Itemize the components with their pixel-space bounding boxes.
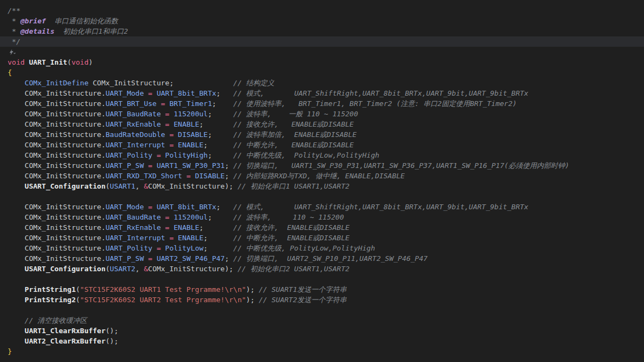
code-token: USART_Configuration (24, 265, 106, 273)
code-line[interactable]: PrintString2("STC15F2K60S2 UART2 Test Pr… (0, 295, 644, 305)
code-token: ; (225, 161, 233, 170)
code-line[interactable]: * @details 初始化串口1和串口2 (0, 26, 644, 36)
code-token: // 切换端口, UART2_SW_P10_P11,UART2_SW_P46_P… (233, 254, 428, 263)
code-token: . (101, 151, 106, 159)
code-token: . (101, 254, 106, 263)
code-line[interactable]: } (0, 346, 644, 357)
code-token: ); (225, 182, 237, 190)
code-line[interactable]: COMx_InitStructure.UART_RxEnable = ENABL… (0, 222, 644, 233)
code-line[interactable]: PrintString1("STC15F2K60S2 UART1 Test Pr… (0, 284, 644, 295)
code-token: PolityHigh (165, 151, 208, 159)
code-line[interactable]: UART1_ClearRxBuffer(); (0, 326, 644, 336)
code-token: /** (8, 7, 20, 15)
code-line[interactable] (0, 47, 644, 57)
code-token: COMx_InitStructure (24, 223, 101, 232)
code-token: */ (8, 38, 20, 46)
code-token: ); (246, 285, 258, 294)
code-token: UART_Polity (106, 244, 152, 252)
code-line[interactable]: */ (0, 36, 644, 47)
code-token (8, 265, 24, 273)
code-token: ENABLE (174, 223, 199, 232)
code-token: 115200ul (174, 213, 208, 221)
code-token: = (144, 254, 156, 263)
code-line[interactable]: COMx_InitStructure.UART_Mode = UART_8bit… (0, 88, 644, 98)
code-line[interactable]: USART_Configuration(USART2, &COMx_InitSt… (0, 264, 644, 274)
code-token: 串口通信初始化函数 (46, 17, 118, 25)
code-token: COMx_InitStructure (24, 234, 101, 242)
code-token (8, 161, 24, 170)
code-token: // 初始化串口1 USART1,USART2 (238, 182, 350, 190)
code-token: . (101, 244, 106, 252)
code-token (8, 99, 24, 108)
code-line[interactable]: COMx_InitStructure.UART_Polity = PolityL… (0, 243, 644, 253)
code-line[interactable]: COMx_InitStructure.UART_BaudRate = 11520… (0, 109, 644, 119)
code-token (8, 213, 24, 221)
code-token: . (101, 99, 106, 108)
code-token: // 模式, UART_ShiftRight,UART_8bit_BRTx,UA… (233, 89, 529, 97)
code-token: { (8, 68, 12, 77)
code-token: = (182, 172, 195, 180)
code-token: . (101, 130, 106, 139)
code-line[interactable]: { (0, 67, 644, 78)
code-token: UART_Interrupt (106, 141, 165, 149)
code-token (8, 141, 24, 149)
code-line[interactable] (0, 274, 644, 284)
code-line[interactable]: COMx_InitStructure.UART_P_SW = UART1_SW_… (0, 160, 644, 171)
code-line[interactable]: COMx_InitStructure.UART_Interrupt = ENAB… (0, 140, 644, 150)
code-line[interactable]: COMx_InitStructure.UART_RxEnable = ENABL… (0, 119, 644, 129)
code-token: ; (212, 99, 233, 108)
code-token: . (101, 234, 106, 242)
code-line[interactable]: COMx_InitStructure.UART_Interrupt = ENAB… (0, 233, 644, 243)
code-token: UART_RxEnable (106, 120, 161, 128)
code-token (8, 89, 24, 97)
code-line[interactable]: COMx_InitStructure.UART_BRT_Use = BRT_Ti… (0, 98, 644, 109)
code-token: COMx_InitStructure (148, 265, 225, 273)
code-token: * (8, 27, 20, 35)
code-line[interactable]: // 清空接收缓冲区 (0, 315, 644, 326)
code-token: UART_BaudRate (106, 213, 161, 221)
code-editor[interactable]: /** * @brief 串口通信初始化函数 * @details 初始化串口1… (0, 0, 644, 362)
code-token: ; (216, 203, 233, 211)
code-line[interactable]: COMx_InitStructure.UART_BaudRate = 11520… (0, 212, 644, 222)
code-line[interactable] (0, 305, 644, 315)
code-token: ENABLE (178, 141, 203, 149)
code-token: USART2 (110, 265, 135, 273)
code-token: UART_Polity (106, 151, 152, 159)
code-token (8, 254, 24, 263)
code-token: PrintString2 (24, 296, 76, 304)
code-token: // 结构定义 (233, 79, 274, 87)
code-token: COMx_InitStructure (24, 213, 101, 221)
code-token: ENABLE (178, 234, 203, 242)
code-line[interactable]: * @brief 串口通信初始化函数 (0, 16, 644, 26)
code-line[interactable]: USART_Configuration(USART1, &COMx_InitSt… (0, 181, 644, 191)
code-token (8, 296, 24, 304)
code-token: . (101, 110, 106, 118)
code-line[interactable]: UART2_ClearRxBuffer(); (0, 336, 644, 346)
code-line[interactable]: COMx_InitStructure.BaudRateDouble = DISA… (0, 129, 644, 140)
code-token: UART_BaudRate (106, 110, 161, 118)
code-token: // 内部短路RXD与TXD, 做中继, ENABLE,DISABLE (233, 172, 405, 180)
code-token: ; (203, 234, 233, 242)
code-token: ; (208, 151, 233, 159)
code-line[interactable]: COMx_InitDefine COMx_InitStructure; // 结… (0, 78, 644, 88)
code-token: DISABLE (195, 172, 225, 180)
code-token: 初始化串口1和串口2 (54, 27, 128, 35)
code-line[interactable]: COMx_InitStructure.UART_P_SW = UART2_SW_… (0, 253, 644, 264)
code-line[interactable]: /** (0, 5, 644, 16)
code-token (8, 110, 24, 118)
code-token: ); (225, 265, 237, 273)
code-token: UART1_ClearRxBuffer (24, 327, 106, 335)
code-token: ; (225, 172, 233, 180)
code-token: ; (203, 244, 233, 252)
code-token: ; (225, 254, 233, 263)
code-action-icon[interactable] (8, 47, 16, 57)
code-line[interactable]: COMx_InitStructure.UART_Mode = UART_8bit… (0, 202, 644, 212)
code-token: COMx_InitStructure (24, 151, 101, 159)
code-line[interactable] (0, 191, 644, 202)
code-line[interactable]: COMx_InitStructure.UART_Polity = PolityH… (0, 150, 644, 160)
code-line[interactable]: void UART_Init(void) (0, 57, 644, 67)
code-line[interactable]: COMx_InitStructure.UART_RXD_TXD_Short = … (0, 171, 644, 181)
code-token: // SUART1发送一个字符串 (259, 285, 346, 294)
code-token: = (161, 120, 174, 128)
code-token: COMx_InitStructure (24, 161, 101, 170)
